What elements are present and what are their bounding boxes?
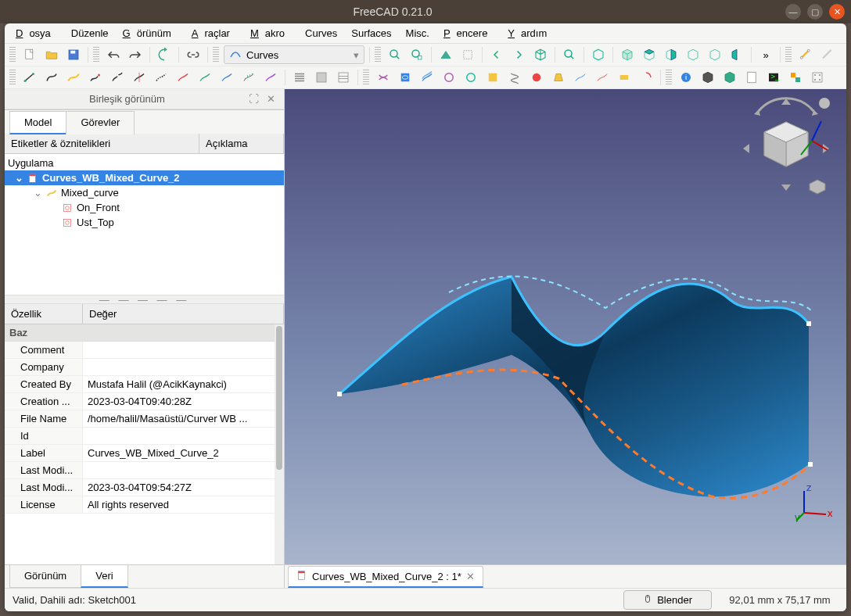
property-row[interactable]: LicenseAll rights reserved [5,496,284,514]
window-maximize-button[interactable]: ▢ [807,4,823,20]
toolbar-grip[interactable] [363,70,369,85]
flatten-face-button[interactable] [615,68,634,87]
comb-plot-button[interactable] [239,68,258,87]
property-value[interactable] [83,462,284,478]
property-value[interactable]: /home/halil/Masaüstü/Curver WB ... [83,410,284,427]
tree-item-on-front[interactable]: On_Front [5,200,284,215]
draw-style-button[interactable] [436,45,455,64]
extend-curve-button[interactable] [86,68,105,87]
refresh-button[interactable] [155,45,174,64]
approximate-button[interactable] [174,68,192,87]
gordon-surface-button[interactable] [374,68,393,87]
panel-splitter[interactable]: — — — — — [5,295,284,304]
editable-spline-button[interactable] [42,68,61,87]
property-value[interactable]: All rights reserved [83,496,284,513]
view-rear-button[interactable] [684,45,702,64]
paste-svg-button[interactable] [742,68,761,87]
tab-model[interactable]: Model [9,111,66,134]
objects-to-console-button[interactable]: >_ [764,68,783,87]
bounding-box-button[interactable] [458,45,477,64]
geom-info-button[interactable]: i [677,68,695,87]
property-value[interactable]: 2023-03-04T09:40:28Z [83,393,284,410]
solid-button[interactable] [720,68,739,87]
file-new-button[interactable] [20,45,39,64]
property-value[interactable]: 2023-03-04T09:54:27Z [83,479,284,496]
property-row[interactable]: LabelCurves_WB_Mixed_Curve_2 [5,445,284,462]
join-curve-button[interactable] [108,68,127,87]
discretize-button[interactable] [152,68,171,87]
toolbar-grip[interactable] [375,47,381,63]
bspline-to-console-button[interactable] [808,68,827,87]
interpolate-button[interactable] [196,68,214,87]
trim-face-button[interactable] [312,68,331,87]
view-bottom-button[interactable] [706,45,724,64]
view-left-button[interactable] [727,45,746,64]
tree-item-ust-top[interactable]: Ust_Top [5,215,284,230]
undo-button[interactable] [104,45,123,64]
pipeshell-button[interactable] [461,68,480,87]
property-value[interactable]: Mustafa Halil (@AcikKaynakci) [83,376,284,392]
isometric-view-button[interactable] [531,45,550,64]
document-tab[interactable]: Curves_WB_Mixed_Curve_2 : 1* ✕ [288,566,483,588]
menu-view[interactable]: Görünüm [117,25,184,41]
segment-surface-button[interactable] [483,68,502,87]
property-value[interactable]: Curves_WB_Mixed_Curve_2 [83,445,284,461]
property-header-value[interactable]: Değer [83,304,284,324]
navigation-cube[interactable] [735,94,837,195]
split-curve-button[interactable] [130,68,149,87]
property-row[interactable]: Last Modi... [5,462,284,479]
toolbar-grip[interactable] [93,47,99,63]
adjacent-faces-button[interactable] [786,68,805,87]
toolbar-grip[interactable] [213,47,219,63]
menu-surfaces[interactable]: Surfaces [345,25,397,41]
file-open-button[interactable] [42,45,61,64]
property-row[interactable]: Creation ...2023-03-04T09:40:28Z [5,393,284,410]
sync-view-button[interactable] [589,45,608,64]
profile-support-button[interactable] [440,68,458,87]
property-value[interactable] [83,342,284,358]
redo-button[interactable] [126,45,145,64]
toolbar-grip[interactable] [666,70,672,85]
workbench-selector[interactable]: Curves ▾ [224,45,364,64]
zoom-button[interactable] [560,45,579,64]
file-save-button[interactable] [64,45,83,64]
isocurve-button[interactable] [334,68,353,87]
toolbar-overflow-button[interactable]: » [756,45,775,64]
tab-tasks[interactable]: Görevler [66,111,135,134]
tab-data[interactable]: Veri [81,565,127,588]
tree-document[interactable]: ⌄ Curves_WB_Mixed_Curve_2 [5,170,284,185]
menu-tools[interactable]: Araçlar [185,25,242,41]
link-button[interactable] [184,45,203,64]
property-row[interactable]: File Name/home/halil/Masaüstü/Curver WB … [5,410,284,428]
reflect-lines-button[interactable] [527,68,546,87]
tree-view[interactable]: Uygulama ⌄ Curves_WB_Mixed_Curve_2 ⌄ Mix… [5,154,284,295]
window-close-button[interactable]: ✕ [829,4,845,20]
curve-on-surface-button[interactable] [261,68,280,87]
compression-spring-button[interactable] [505,68,524,87]
nav-forward-button[interactable] [509,45,528,64]
measure-clear-button[interactable] [818,45,837,64]
tab-view[interactable]: Görünüm [9,565,81,588]
property-group-base[interactable]: Baz [5,324,284,342]
menu-edit[interactable]: Düzenle [65,25,115,41]
3d-view[interactable]: z x y [285,89,846,564]
tree-header-desc[interactable]: Açıklama [199,134,284,153]
property-body[interactable]: Baz CommentCompanyCreated ByMustafa Hali… [5,324,284,564]
close-tab-icon[interactable]: ✕ [466,571,475,582]
menu-curves[interactable]: Curves [299,25,343,41]
menu-macro[interactable]: Makro [244,25,297,41]
extract-subshape-button[interactable] [698,68,717,87]
sweep-2-rails-button[interactable] [418,68,436,87]
toolbar-grip[interactable] [9,47,16,63]
multiloft-button[interactable] [549,68,568,87]
view-right-button[interactable] [662,45,680,64]
fit-all-button[interactable] [386,45,404,64]
line-tool-button[interactable] [20,68,39,87]
mixed-curve-button[interactable] [64,68,83,87]
fit-selection-button[interactable] [408,45,426,64]
property-row[interactable]: Last Modi...2023-03-04T09:54:27Z [5,479,284,496]
property-header-attr[interactable]: Özellik [5,304,83,324]
menu-misc[interactable]: Misc. [400,25,436,41]
property-row[interactable]: Created ByMustafa Halil (@AcikKaynakci) [5,376,284,393]
nav-style-button[interactable]: Blender [623,590,712,610]
